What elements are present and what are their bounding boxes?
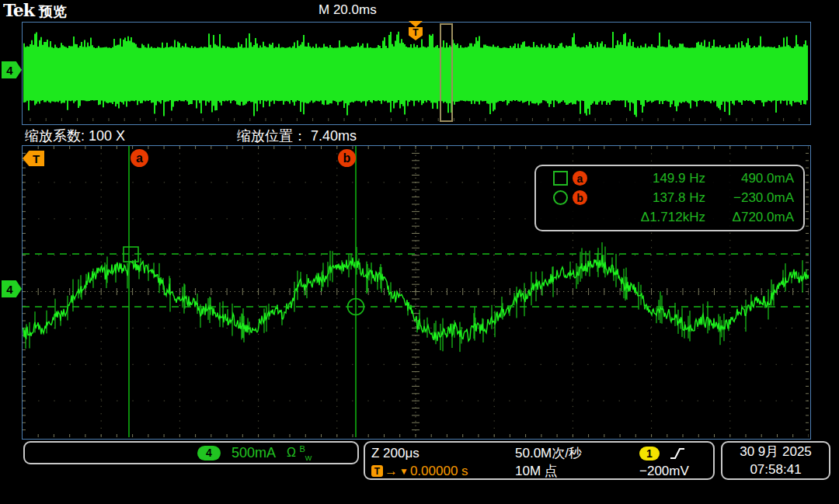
bandwidth-limit-sub: W <box>305 454 312 461</box>
time-readout: 07:58:41 <box>750 461 801 478</box>
trigger-t-icon: T <box>409 27 423 40</box>
acquisition-mode-label: 预览 <box>39 2 67 21</box>
date-readout: 30 9月 2025 <box>740 443 812 461</box>
trigger-level-readout: −200mV <box>639 464 707 479</box>
zoom-window-bracket[interactable] <box>440 23 453 122</box>
cursor-readout-box: a 149.9 Hz 490.0mA b 137.8 Hz −230.0mA Δ… <box>534 165 805 231</box>
zoom-position-value: 7.40ms <box>311 128 357 144</box>
zoom-factor-readout: 缩放系数: 100 X <box>25 127 125 145</box>
cursor-a-square-icon <box>553 171 568 186</box>
cursor-b-frequency: 137.8 Hz <box>603 190 705 206</box>
cursor-b-circle-icon <box>553 190 568 205</box>
cursor-a-amplitude: 490.0mA <box>705 171 794 186</box>
channel4-ground-marker[interactable]: 4 <box>2 280 22 297</box>
trigger-source-row: 1 <box>639 447 707 461</box>
record-length-readout: 10M 点 <box>515 462 639 480</box>
channel4-overview-marker[interactable]: 4 <box>2 61 22 78</box>
cursor-a-icons: a <box>544 171 603 186</box>
cursor-b-mini-badge: b <box>573 190 587 205</box>
cursor-a-frequency: 149.9 Hz <box>603 171 705 186</box>
cursor-b-badge[interactable]: b <box>338 149 356 167</box>
cursor-b-icons: b <box>544 190 603 205</box>
trigger-pointer-icon-small: ▼ <box>399 466 409 477</box>
zoom-position-readout: 缩放位置： 7.40ms <box>237 127 357 145</box>
ohm-coupling-icon: Ω <box>287 446 296 459</box>
trigger-source-badge: 1 <box>639 447 660 461</box>
cursor-delta-frequency: Δ1.712kHz <box>603 210 705 225</box>
sample-rate-readout: 50.0M次/秒 <box>515 444 639 462</box>
channel4-coupling-bandwidth: Ω BW <box>287 444 312 462</box>
bandwidth-limit-icon: B <box>299 444 305 454</box>
cursor-a-mini-badge: a <box>573 171 587 186</box>
trigger-position-value: 0.00000 s <box>410 464 468 479</box>
cursor-delta-amplitude: Δ720.0mA <box>705 210 794 225</box>
rising-edge-slope-icon <box>669 447 686 461</box>
cursor-b-amplitude: −230.0mA <box>705 190 794 206</box>
zoom-factor-label: 缩放系数: <box>25 128 85 144</box>
trigger-t-box-icon: T <box>371 465 383 477</box>
zoom-timebase-readout: Z 200μs <box>371 446 515 461</box>
main-timebase-readout: M 20.0ms <box>319 2 377 18</box>
trigger-position-row: T→▼0.00000 s <box>371 464 515 479</box>
zoom-position-label: 缩放位置： <box>237 128 307 144</box>
trigger-arrow-icon: → <box>385 464 398 479</box>
zoom-factor-value: 100 X <box>89 128 125 144</box>
channel4-scale: 500mA <box>232 445 276 461</box>
tek-logo: Tek <box>3 0 34 20</box>
horizontal-trigger-box[interactable]: Z 200μs 50.0M次/秒 1 T→▼0.00000 s 10M 点 −2… <box>364 441 715 480</box>
channel4-badge: 4 <box>197 446 221 461</box>
trigger-position-icon[interactable]: T <box>409 21 423 41</box>
trigger-pointer-icon <box>409 21 423 27</box>
cursor-a-badge[interactable]: a <box>131 149 148 167</box>
channel4-settings-box[interactable]: 4 500mA Ω BW <box>23 441 359 464</box>
datetime-box: 30 9月 2025 07:58:41 <box>721 441 830 480</box>
